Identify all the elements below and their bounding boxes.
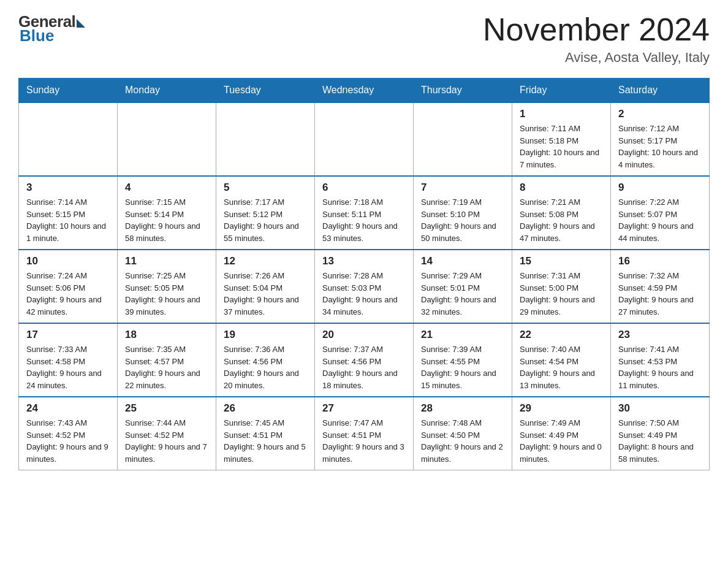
calendar-cell: 13Sunrise: 7:28 AMSunset: 5:03 PMDayligh… bbox=[315, 250, 414, 323]
calendar-week-5: 24Sunrise: 7:43 AMSunset: 4:52 PMDayligh… bbox=[19, 397, 710, 470]
day-number: 9 bbox=[618, 182, 702, 194]
day-info: Sunrise: 7:40 AMSunset: 4:54 PMDaylight:… bbox=[520, 343, 603, 391]
day-number: 21 bbox=[421, 329, 504, 341]
day-number: 8 bbox=[520, 182, 603, 194]
day-number: 11 bbox=[125, 255, 208, 267]
day-number: 29 bbox=[520, 402, 603, 415]
day-info: Sunrise: 7:37 AMSunset: 4:56 PMDaylight:… bbox=[322, 343, 406, 391]
day-info: Sunrise: 7:35 AMSunset: 4:57 PMDaylight:… bbox=[125, 343, 208, 391]
day-info: Sunrise: 7:47 AMSunset: 4:51 PMDaylight:… bbox=[322, 417, 406, 465]
calendar-header-row: SundayMondayTuesdayWednesdayThursdayFrid… bbox=[19, 79, 710, 103]
day-number: 3 bbox=[26, 182, 110, 194]
calendar-cell: 11Sunrise: 7:25 AMSunset: 5:05 PMDayligh… bbox=[118, 250, 216, 323]
calendar-cell: 7Sunrise: 7:19 AMSunset: 5:10 PMDaylight… bbox=[414, 176, 512, 250]
calendar-week-2: 3Sunrise: 7:14 AMSunset: 5:15 PMDaylight… bbox=[19, 176, 710, 250]
day-info: Sunrise: 7:32 AMSunset: 4:59 PMDaylight:… bbox=[618, 270, 702, 318]
column-header-sunday: Sunday bbox=[19, 79, 118, 103]
day-number: 13 bbox=[322, 255, 406, 267]
day-number: 14 bbox=[421, 255, 504, 267]
day-info: Sunrise: 7:11 AMSunset: 5:18 PMDaylight:… bbox=[520, 123, 603, 170]
logo-arrow-icon bbox=[77, 19, 85, 28]
calendar-cell: 14Sunrise: 7:29 AMSunset: 5:01 PMDayligh… bbox=[414, 250, 512, 323]
calendar-cell: 4Sunrise: 7:15 AMSunset: 5:14 PMDaylight… bbox=[118, 176, 216, 250]
calendar-cell: 16Sunrise: 7:32 AMSunset: 4:59 PMDayligh… bbox=[611, 250, 710, 323]
day-number: 19 bbox=[224, 329, 307, 341]
calendar-cell: 25Sunrise: 7:44 AMSunset: 4:52 PMDayligh… bbox=[118, 397, 216, 470]
calendar-cell bbox=[315, 102, 414, 176]
column-header-friday: Friday bbox=[512, 79, 611, 103]
day-number: 24 bbox=[26, 402, 110, 415]
day-info: Sunrise: 7:18 AMSunset: 5:11 PMDaylight:… bbox=[322, 196, 406, 244]
day-info: Sunrise: 7:21 AMSunset: 5:08 PMDaylight:… bbox=[520, 196, 603, 244]
day-info: Sunrise: 7:45 AMSunset: 4:51 PMDaylight:… bbox=[224, 417, 307, 465]
day-info: Sunrise: 7:33 AMSunset: 4:58 PMDaylight:… bbox=[26, 343, 110, 391]
day-number: 4 bbox=[125, 182, 208, 194]
day-number: 26 bbox=[224, 402, 307, 415]
calendar-cell: 26Sunrise: 7:45 AMSunset: 4:51 PMDayligh… bbox=[216, 397, 315, 470]
day-number: 25 bbox=[125, 402, 208, 415]
calendar-cell: 24Sunrise: 7:43 AMSunset: 4:52 PMDayligh… bbox=[19, 397, 118, 470]
calendar-cell bbox=[19, 102, 118, 176]
day-info: Sunrise: 7:29 AMSunset: 5:01 PMDaylight:… bbox=[421, 270, 504, 318]
calendar-cell: 22Sunrise: 7:40 AMSunset: 4:54 PMDayligh… bbox=[512, 323, 611, 397]
calendar-cell: 17Sunrise: 7:33 AMSunset: 4:58 PMDayligh… bbox=[19, 323, 118, 397]
day-info: Sunrise: 7:39 AMSunset: 4:55 PMDaylight:… bbox=[421, 343, 504, 391]
column-header-tuesday: Tuesday bbox=[216, 79, 315, 103]
day-number: 12 bbox=[224, 255, 307, 267]
day-info: Sunrise: 7:24 AMSunset: 5:06 PMDaylight:… bbox=[26, 270, 110, 318]
day-info: Sunrise: 7:17 AMSunset: 5:12 PMDaylight:… bbox=[224, 196, 307, 244]
page-header: General Blue November 2024 Avise, Aosta … bbox=[18, 12, 710, 66]
calendar-cell: 21Sunrise: 7:39 AMSunset: 4:55 PMDayligh… bbox=[414, 323, 512, 397]
calendar-cell bbox=[414, 102, 512, 176]
calendar-cell: 15Sunrise: 7:31 AMSunset: 5:00 PMDayligh… bbox=[512, 250, 611, 323]
day-number: 5 bbox=[224, 182, 307, 194]
day-number: 16 bbox=[618, 255, 702, 267]
calendar-cell: 29Sunrise: 7:49 AMSunset: 4:49 PMDayligh… bbox=[512, 397, 611, 470]
logo-blue-text: Blue bbox=[20, 26, 54, 45]
calendar-cell: 27Sunrise: 7:47 AMSunset: 4:51 PMDayligh… bbox=[315, 397, 414, 470]
day-info: Sunrise: 7:41 AMSunset: 4:53 PMDaylight:… bbox=[618, 343, 702, 391]
day-info: Sunrise: 7:22 AMSunset: 5:07 PMDaylight:… bbox=[618, 196, 702, 244]
column-header-wednesday: Wednesday bbox=[315, 79, 414, 103]
day-number: 7 bbox=[421, 182, 504, 194]
calendar-cell: 2Sunrise: 7:12 AMSunset: 5:17 PMDaylight… bbox=[611, 102, 710, 176]
day-number: 27 bbox=[322, 402, 406, 415]
calendar-table: SundayMondayTuesdayWednesdayThursdayFrid… bbox=[18, 78, 710, 470]
location-title: Avise, Aosta Valley, Italy bbox=[483, 50, 710, 66]
calendar-cell: 5Sunrise: 7:17 AMSunset: 5:12 PMDaylight… bbox=[216, 176, 315, 250]
day-info: Sunrise: 7:36 AMSunset: 4:56 PMDaylight:… bbox=[224, 343, 307, 391]
day-number: 30 bbox=[618, 402, 702, 415]
day-number: 10 bbox=[26, 255, 110, 267]
day-number: 17 bbox=[26, 329, 110, 341]
logo: General Blue bbox=[18, 12, 85, 45]
day-info: Sunrise: 7:43 AMSunset: 4:52 PMDaylight:… bbox=[26, 417, 110, 465]
day-number: 22 bbox=[520, 329, 603, 341]
calendar-cell bbox=[118, 102, 216, 176]
calendar-week-4: 17Sunrise: 7:33 AMSunset: 4:58 PMDayligh… bbox=[19, 323, 710, 397]
day-number: 20 bbox=[322, 329, 406, 341]
day-number: 23 bbox=[618, 329, 702, 341]
calendar-cell: 6Sunrise: 7:18 AMSunset: 5:11 PMDaylight… bbox=[315, 176, 414, 250]
calendar-week-3: 10Sunrise: 7:24 AMSunset: 5:06 PMDayligh… bbox=[19, 250, 710, 323]
day-info: Sunrise: 7:28 AMSunset: 5:03 PMDaylight:… bbox=[322, 270, 406, 318]
day-info: Sunrise: 7:50 AMSunset: 4:49 PMDaylight:… bbox=[618, 417, 702, 465]
day-info: Sunrise: 7:12 AMSunset: 5:17 PMDaylight:… bbox=[618, 123, 702, 170]
calendar-cell: 30Sunrise: 7:50 AMSunset: 4:49 PMDayligh… bbox=[611, 397, 710, 470]
day-number: 15 bbox=[520, 255, 603, 267]
day-info: Sunrise: 7:26 AMSunset: 5:04 PMDaylight:… bbox=[224, 270, 307, 318]
day-info: Sunrise: 7:14 AMSunset: 5:15 PMDaylight:… bbox=[26, 196, 110, 244]
calendar-cell: 19Sunrise: 7:36 AMSunset: 4:56 PMDayligh… bbox=[216, 323, 315, 397]
day-number: 18 bbox=[125, 329, 208, 341]
calendar-cell: 28Sunrise: 7:48 AMSunset: 4:50 PMDayligh… bbox=[414, 397, 512, 470]
calendar-cell: 8Sunrise: 7:21 AMSunset: 5:08 PMDaylight… bbox=[512, 176, 611, 250]
day-info: Sunrise: 7:19 AMSunset: 5:10 PMDaylight:… bbox=[421, 196, 504, 244]
day-info: Sunrise: 7:49 AMSunset: 4:49 PMDaylight:… bbox=[520, 417, 603, 465]
month-title: November 2024 bbox=[483, 12, 710, 47]
calendar-cell: 3Sunrise: 7:14 AMSunset: 5:15 PMDaylight… bbox=[19, 176, 118, 250]
title-area: November 2024 Avise, Aosta Valley, Italy bbox=[483, 12, 710, 66]
calendar-cell: 20Sunrise: 7:37 AMSunset: 4:56 PMDayligh… bbox=[315, 323, 414, 397]
calendar-cell: 18Sunrise: 7:35 AMSunset: 4:57 PMDayligh… bbox=[118, 323, 216, 397]
day-number: 6 bbox=[322, 182, 406, 194]
calendar-week-1: 1Sunrise: 7:11 AMSunset: 5:18 PMDaylight… bbox=[19, 102, 710, 176]
column-header-monday: Monday bbox=[118, 79, 216, 103]
